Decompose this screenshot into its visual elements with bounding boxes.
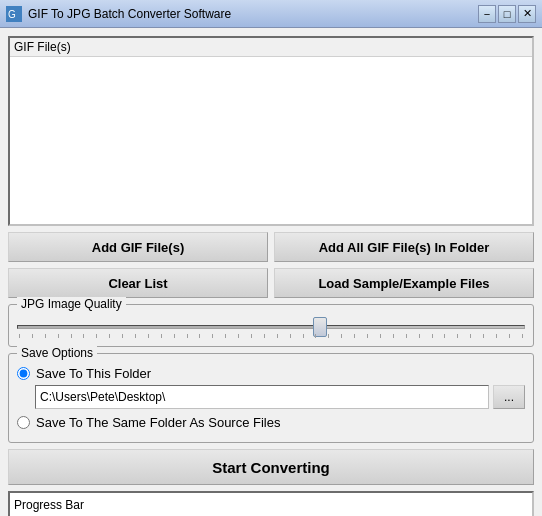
tick [470,334,471,338]
add-gif-button[interactable]: Add GIF File(s) [8,232,268,262]
save-options-content: Save To This Folder ... Save To The Same… [17,366,525,430]
tick [148,334,149,338]
tick [135,334,136,338]
tick [96,334,97,338]
svg-text:G: G [8,9,16,20]
tick [225,334,226,338]
tick [251,334,252,338]
tick [238,334,239,338]
slider-container [17,317,525,338]
button-row-1: Add GIF File(s) Add All GIF File(s) In F… [8,232,534,262]
tick [315,334,316,338]
file-list-inner[interactable] [10,57,532,222]
tick [199,334,200,338]
radio-row-2: Save To The Same Folder As Source Files [17,415,525,430]
tick [341,334,342,338]
minimize-button[interactable]: − [478,5,496,23]
tick [161,334,162,338]
window-title: GIF To JPG Batch Converter Software [28,7,478,21]
file-list-label: GIF File(s) [10,38,532,57]
tick [19,334,20,338]
tick [419,334,420,338]
radio-row-1: Save To This Folder [17,366,525,381]
maximize-button[interactable]: □ [498,5,516,23]
tick [264,334,265,338]
tick [83,334,84,338]
window-controls: − □ ✕ [478,5,536,23]
save-to-folder-label: Save To This Folder [36,366,151,381]
tick [457,334,458,338]
tick [444,334,445,338]
path-input[interactable] [35,385,489,409]
quality-slider[interactable] [17,325,525,329]
start-converting-button[interactable]: Start Converting [8,449,534,485]
close-button[interactable]: ✕ [518,5,536,23]
save-options-label: Save Options [17,346,97,360]
tick [509,334,510,338]
title-bar: G GIF To JPG Batch Converter Software − … [0,0,542,28]
tick [122,334,123,338]
jpg-quality-label: JPG Image Quality [17,297,126,311]
tick [328,334,329,338]
progress-bar-label: Progress Bar [14,498,84,512]
tick [406,334,407,338]
tick [290,334,291,338]
tick [212,334,213,338]
save-same-folder-radio[interactable] [17,416,30,429]
tick [303,334,304,338]
tick [432,334,433,338]
tick [32,334,33,338]
tick [483,334,484,338]
tick [109,334,110,338]
save-same-folder-label: Save To The Same Folder As Source Files [36,415,280,430]
clear-list-button[interactable]: Clear List [8,268,268,298]
tick [496,334,497,338]
tick [393,334,394,338]
load-sample-button[interactable]: Load Sample/Example Files [274,268,534,298]
main-content: GIF File(s) Add GIF File(s) Add All GIF … [0,28,542,516]
tick [58,334,59,338]
add-all-gif-button[interactable]: Add All GIF File(s) In Folder [274,232,534,262]
tick [367,334,368,338]
progress-bar: Progress Bar [8,491,534,516]
button-row-2: Clear List Load Sample/Example Files [8,268,534,298]
save-to-folder-radio[interactable] [17,367,30,380]
tick [71,334,72,338]
tick [45,334,46,338]
tick [277,334,278,338]
file-list-box: GIF File(s) [8,36,534,226]
tick [187,334,188,338]
save-options-group: Save Options Save To This Folder ... Sav… [8,353,534,443]
app-icon: G [6,6,22,22]
tick [174,334,175,338]
tick [354,334,355,338]
jpg-quality-group: JPG Image Quality [8,304,534,347]
browse-button[interactable]: ... [493,385,525,409]
tick [380,334,381,338]
tick [522,334,523,338]
path-row: ... [17,385,525,409]
